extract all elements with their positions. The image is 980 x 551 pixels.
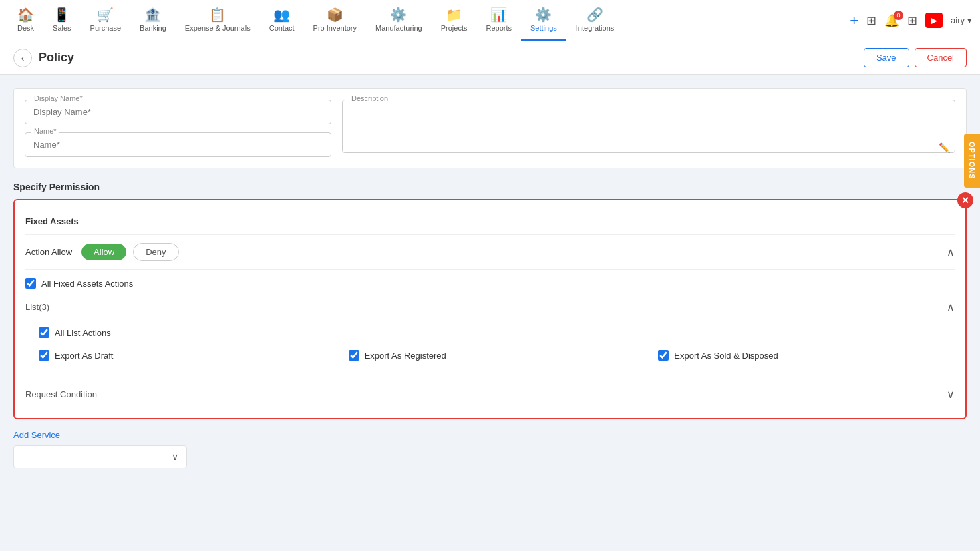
youtube-play-icon: ▶ (931, 15, 937, 25)
nav-label-settings: Settings (530, 24, 557, 32)
notification-bell-icon[interactable]: 🔔 0 (884, 13, 899, 28)
request-condition-label: Request Condition (25, 389, 97, 399)
projects-icon: 📁 (446, 7, 462, 23)
user-menu[interactable]: airy ▾ (951, 15, 972, 25)
title-area: ‹ Policy (13, 49, 74, 67)
proinventory-icon: 📦 (327, 7, 343, 23)
banking-icon: 🏦 (144, 7, 161, 23)
display-name-field-group: Display Name* (25, 100, 331, 124)
all-list-actions-label: All List Actions (55, 328, 111, 338)
nav-item-projects[interactable]: 📁 Projects (432, 0, 477, 41)
name-input[interactable] (25, 132, 331, 157)
nav-item-proinventory[interactable]: 📦 Pro Inventory (304, 0, 366, 41)
nav-label-manufacturing: Manufacturing (375, 24, 422, 32)
nav-item-purchase[interactable]: 🛒 Purchase (81, 0, 130, 41)
nav-label-reports: Reports (486, 24, 512, 32)
description-field-group: Description (342, 100, 955, 155)
nav-item-desk[interactable]: 🏠 Desk (8, 0, 43, 41)
user-name: airy (951, 15, 965, 25)
nav-item-reports[interactable]: 📊 Reports (477, 0, 522, 41)
all-fixed-assets-checkbox[interactable] (25, 278, 36, 289)
reports-icon: 📊 (490, 7, 507, 23)
nav-item-expense[interactable]: 📋 Expense & Journals (176, 0, 260, 41)
list-title: List(3) (25, 302, 49, 312)
back-button[interactable]: ‹ (13, 49, 32, 67)
nav-item-manufacturing[interactable]: ⚙️ Manufacturing (366, 0, 432, 41)
apps-icon[interactable]: ⊞ (907, 13, 917, 28)
permissions-box: ✕ Fixed Assets Action Allow Allow Deny ∧… (13, 199, 967, 419)
dropdown-chevron-icon: ∨ (172, 451, 178, 462)
all-list-actions-row: All List Actions (25, 327, 955, 338)
service-dropdown[interactable]: ∨ (13, 445, 187, 468)
deny-button[interactable]: Deny (133, 243, 178, 261)
save-button[interactable]: Save (864, 48, 909, 67)
settings-icon: ⚙️ (535, 7, 552, 23)
options-sidebar[interactable]: OPTIONS (964, 134, 980, 188)
specify-permission-section: Specify Permission ✕ Fixed Assets Action… (13, 182, 967, 468)
youtube-button[interactable]: ▶ (925, 13, 943, 28)
allow-button[interactable]: Allow (81, 244, 126, 260)
export-checkboxes-grid: Export As Draft Export As Registered Exp… (25, 345, 955, 375)
header-actions: Save Cancel (864, 48, 967, 67)
action-allow-label: Action Allow (25, 247, 72, 257)
export-registered-label: Export As Registered (365, 351, 446, 361)
nav-right-area: + ⊞ 🔔 0 ⊞ ▶ airy ▾ (850, 12, 972, 29)
add-service-link[interactable]: Add Service (13, 430, 967, 440)
purchase-icon: 🛒 (97, 7, 114, 23)
display-name-input[interactable] (25, 100, 331, 124)
export-draft-label: Export As Draft (55, 351, 113, 361)
name-field-group: Name* (25, 132, 331, 157)
action-allow-row: Action Allow Allow Deny ∧ (25, 243, 955, 270)
display-name-label: Display Name* (31, 94, 86, 102)
desk-icon: 🏠 (17, 7, 34, 23)
page-title: Policy (39, 51, 74, 65)
request-condition-row[interactable]: Request Condition ∨ (25, 381, 955, 407)
nav-label-contact: Contact (269, 24, 295, 32)
nav-item-settings[interactable]: ⚙️ Settings (521, 0, 566, 41)
all-fixed-assets-row: All Fixed Assets Actions (25, 278, 955, 289)
collapse-list-button[interactable]: ∧ (947, 301, 955, 313)
all-list-actions-checkbox[interactable] (39, 327, 49, 338)
form-left-fields: Display Name* Name* (25, 100, 331, 157)
cancel-button[interactable]: Cancel (915, 48, 967, 67)
add-icon[interactable]: + (850, 12, 858, 29)
nav-item-contact[interactable]: 👥 Contact (260, 0, 304, 41)
notification-badge: 0 (894, 11, 903, 20)
request-condition-chevron-icon: ∨ (947, 388, 955, 401)
nav-label-banking: Banking (140, 24, 166, 32)
collapse-action-button[interactable]: ∧ (947, 246, 955, 258)
contact-icon: 👥 (273, 7, 290, 23)
export-sold-label: Export As Sold & Disposed (674, 351, 778, 361)
description-input[interactable] (342, 100, 955, 153)
resize-edit-icon: ✏️ (939, 142, 950, 153)
list-section-header: List(3) ∧ (25, 295, 955, 319)
manufacturing-icon: ⚙️ (390, 7, 407, 23)
user-chevron-icon: ▾ (967, 15, 972, 25)
export-registered-checkbox[interactable] (349, 350, 359, 361)
export-draft-row: Export As Draft (39, 350, 335, 361)
export-sold-row: Export As Sold & Disposed (658, 350, 955, 361)
description-label: Description (349, 94, 391, 102)
nav-item-sales[interactable]: 📱 Sales (43, 0, 81, 41)
permission-section-label: Specify Permission (13, 182, 967, 192)
main-content: Display Name* Name* Description ✏️ Speci… (0, 75, 980, 551)
page-header: ‹ Policy Save Cancel (0, 41, 980, 75)
nav-label-sales: Sales (53, 24, 71, 32)
nav-label-expense: Expense & Journals (185, 24, 251, 32)
export-sold-checkbox[interactable] (658, 350, 669, 361)
nav-label-proinventory: Pro Inventory (313, 24, 357, 32)
grid-icon[interactable]: ⊞ (866, 13, 876, 28)
top-navigation: 🏠 Desk 📱 Sales 🛒 Purchase 🏦 Banking 📋 Ex… (0, 0, 980, 41)
export-registered-row: Export As Registered (349, 350, 645, 361)
fixed-assets-header: Fixed Assets (25, 211, 955, 235)
nav-item-integrations[interactable]: 🔗 Integrations (566, 0, 623, 41)
nav-label-projects: Projects (441, 24, 468, 32)
nav-label-integrations: Integrations (576, 24, 614, 32)
all-fixed-assets-label: All Fixed Assets Actions (41, 279, 133, 289)
export-draft-checkbox[interactable] (39, 350, 49, 361)
close-permissions-button[interactable]: ✕ (957, 192, 973, 208)
form-top-section: Display Name* Name* Description ✏️ (13, 88, 967, 168)
nav-label-desk: Desk (17, 24, 34, 32)
sales-icon: 📱 (53, 7, 70, 23)
nav-item-banking[interactable]: 🏦 Banking (130, 0, 176, 41)
